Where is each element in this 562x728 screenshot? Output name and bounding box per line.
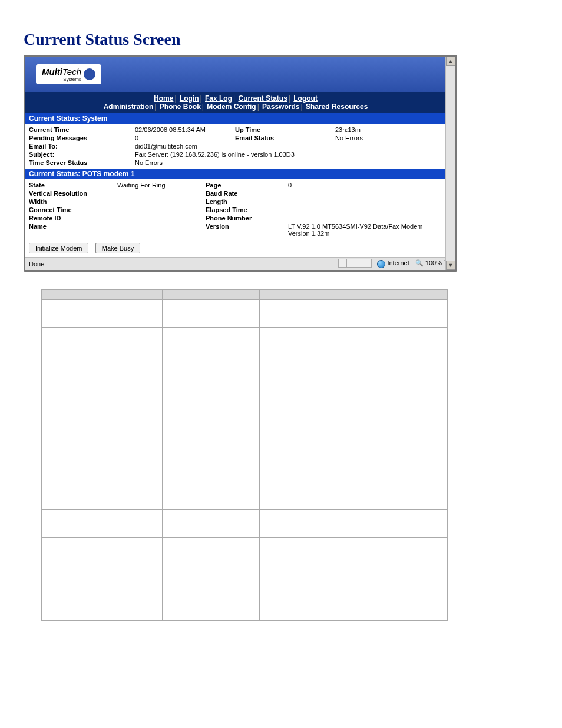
label-state: State [29, 182, 117, 189]
value-version: LT V.92 1.0 MT5634SMI-V92 Data/Fax Modem… [288, 223, 442, 237]
scroll-down-button[interactable]: ▼ [446, 261, 455, 270]
nav-fax-log[interactable]: Fax Log [205, 94, 232, 103]
label-width: Width [29, 198, 117, 205]
table-row [42, 510, 448, 538]
section-system-title: Current Status: System [25, 113, 446, 124]
nav-login[interactable]: Login [180, 94, 199, 103]
page-title: Current Status Screen [24, 30, 538, 49]
label-up-time: Up Time [235, 126, 335, 133]
nav-phone-book[interactable]: Phone Book [160, 103, 201, 111]
label-email-to: Email To: [29, 143, 135, 150]
nav-logout[interactable]: Logout [293, 94, 318, 103]
logo-dot-icon [84, 68, 95, 80]
table-row [42, 462, 448, 510]
label-baud-rate: Baud Rate [206, 190, 288, 197]
label-name: Name [29, 223, 117, 237]
value-subject: Fax Server: (192.168.52.236) is online -… [135, 151, 442, 158]
status-panes [338, 259, 371, 269]
value-current-time: 02/06/2008 08:51:34 AM [135, 126, 235, 133]
modem-data-grid: State Waiting For Ring Page 0 Vertical R… [25, 179, 446, 239]
label-connect-time: Connect Time [29, 206, 117, 213]
globe-icon [377, 260, 385, 268]
top-rule [24, 18, 538, 18]
header-strip: MultiTech Systems [25, 57, 446, 92]
value-time-server-status: No Errors [135, 159, 442, 166]
logo-sub: Systems [42, 77, 81, 82]
nav-current-status[interactable]: Current Status [238, 94, 287, 103]
section-modem-title: Current Status: POTS modem 1 [25, 169, 446, 179]
browser-frame: ▲ ▼ MultiTech Systems Home| Login| Fax L… [24, 55, 457, 272]
zoom-icon: 🔍 [415, 259, 424, 266]
label-vertical-resolution: Vertical Resolution [29, 190, 117, 197]
make-busy-button[interactable]: Make Busy [95, 243, 140, 253]
scroll-up-button[interactable]: ▲ [446, 57, 455, 66]
label-page: Page [206, 182, 288, 189]
table-row [42, 328, 448, 355]
label-elapsed-time: Elapsed Time [206, 206, 288, 213]
label-remote-id: Remote ID [29, 215, 117, 222]
value-pending-messages: 0 [135, 134, 235, 141]
nav-administration[interactable]: Administration [104, 103, 154, 111]
nav-shared-resources[interactable]: Shared Resources [306, 103, 368, 111]
table-row [42, 355, 448, 462]
value-email-status: No Errors [335, 134, 442, 141]
label-pending-messages: Pending Messages [29, 134, 135, 141]
status-done: Done [29, 261, 44, 268]
browser-status-bar: Done Internet 🔍 100% ▾ [25, 257, 455, 270]
nav-passwords[interactable]: Passwords [262, 103, 299, 111]
status-zone: Internet [377, 259, 409, 268]
logo-bold: Multi [42, 67, 62, 77]
label-phone-number: Phone Number [206, 215, 288, 222]
value-page: 0 [288, 182, 442, 189]
label-email-status: Email Status [235, 134, 335, 141]
label-current-time: Current Time [29, 126, 135, 133]
nav-modem-config[interactable]: Modem Config [207, 103, 256, 111]
system-data-grid: Current Time 02/06/2008 08:51:34 AM Up T… [25, 124, 446, 169]
multitech-logo: MultiTech Systems [36, 64, 101, 84]
scrollbar[interactable]: ▲ ▼ [445, 57, 455, 270]
value-up-time: 23h:13m [335, 126, 442, 133]
label-subject: Subject: [29, 151, 135, 158]
logo-thin: Tech [62, 67, 81, 77]
table-header-band [42, 290, 448, 300]
label-time-server-status: Time Server Status [29, 159, 135, 166]
table-row [42, 300, 448, 328]
value-state: Waiting For Ring [117, 182, 206, 189]
label-version: Version [206, 223, 288, 237]
nav-home[interactable]: Home [154, 94, 173, 103]
label-length: Length [206, 198, 288, 205]
description-table [41, 289, 448, 621]
nav-bar: Home| Login| Fax Log| Current Status| Lo… [25, 92, 446, 113]
value-email-to: did01@multitech.com [135, 143, 442, 150]
initialize-modem-button[interactable]: Initialize Modem [29, 243, 88, 253]
table-row [42, 538, 448, 621]
